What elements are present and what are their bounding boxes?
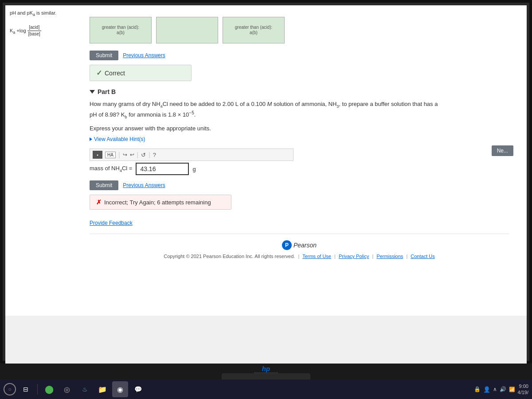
- taskbar-divider-1: [37, 384, 38, 395]
- part-b-collapse-icon[interactable]: [90, 90, 95, 94]
- file-icon: 📁: [98, 385, 107, 394]
- hp-logo-area: hp: [255, 364, 277, 372]
- time-display: 9:00 4/19/: [518, 383, 528, 396]
- correct-label: Correct: [105, 70, 125, 77]
- x-icon: ✗: [96, 199, 102, 206]
- file-manager-button[interactable]: 📁: [94, 381, 110, 397]
- sidebar-formula: pH and pKa is similar. Ka +log [acid] [b…: [5, 5, 76, 42]
- drag-boxes-container: greater than (acid):a(b) greater than (a…: [90, 17, 509, 43]
- view-hints[interactable]: View Available Hint(s): [90, 136, 509, 142]
- start-button[interactable]: ○: [4, 383, 16, 395]
- app2-icon: ◎: [64, 385, 70, 394]
- tray-icon-caret[interactable]: ∧: [493, 386, 497, 392]
- toolbar-dark-btn-1[interactable]: ▪: [93, 151, 102, 159]
- page-footer: P Pearson Copyright © 2021 Pearson Educa…: [90, 234, 509, 263]
- toolbar-sep-3: |: [149, 151, 150, 158]
- checkmark-icon: ✓: [96, 69, 102, 77]
- drag-box-3[interactable]: greater than (acid):a(b): [223, 17, 285, 43]
- monitor-bezel: pH and pKa is similar. Ka +log [acid] [b…: [0, 0, 532, 364]
- tray-icon-user[interactable]: 👤: [483, 386, 490, 393]
- steam-button[interactable]: ♨: [77, 381, 93, 397]
- start-icon: ○: [8, 386, 11, 392]
- view-hints-label: View Available Hint(s): [94, 136, 145, 142]
- app2-button[interactable]: ◎: [59, 381, 75, 397]
- incorrect-label: Incorrect; Try Again; 6 attempts remaini…: [104, 199, 211, 206]
- monitor-base: [222, 373, 310, 379]
- taskbar-right: 🔒 👤 ∧ 🔊 📶 9:00 4/19/: [474, 383, 528, 396]
- part-b-section: Part B How many grams of dry NH4Cl need …: [90, 88, 509, 210]
- formula-ka-log: Ka +log: [10, 28, 26, 33]
- tray-icon-1[interactable]: 🔒: [474, 386, 481, 392]
- clock-time: 9:00: [518, 383, 528, 389]
- next-button[interactable]: Ne...: [492, 145, 513, 156]
- incorrect-badge: ✗ Incorrect; Try Again; 6 attempts remai…: [90, 195, 231, 210]
- contact-us-link[interactable]: Contact Us: [411, 254, 434, 259]
- input-toolbar: ▪ HA | ↩ ↪ | ↺ | ?: [90, 149, 293, 161]
- task-view-button[interactable]: ⊟: [18, 381, 34, 397]
- pearson-brand-label: Pearson: [293, 242, 317, 249]
- correct-badge: ✓ Correct: [90, 65, 192, 81]
- tray-icon-wifi[interactable]: 📶: [509, 387, 515, 392]
- chrome-icon: ⬤: [45, 384, 54, 394]
- browser-content[interactable]: pH and pKa is similar. Ka +log [acid] [b…: [5, 5, 527, 364]
- formula-ph-pka: pH and pKa is similar.: [10, 10, 56, 16]
- tray-icon-volume[interactable]: 🔊: [500, 386, 506, 392]
- provide-feedback-section: Provide Feedback: [90, 219, 509, 227]
- express-units-text: Express your answer with the appropriate…: [90, 124, 444, 133]
- steam-icon: ♨: [82, 386, 88, 393]
- permissions-link[interactable]: Permissions: [376, 254, 403, 259]
- footer-sep-3: |: [372, 254, 373, 259]
- drag-box-1[interactable]: greater than (acid):a(b): [90, 17, 152, 43]
- task-view-icon: ⊟: [23, 386, 28, 393]
- footer-sep-1: |: [298, 254, 299, 259]
- part-a-section: Submit Previous Answers ✓ Correct: [90, 51, 509, 81]
- page-content: pH and pKa is similar. Ka +log [acid] [b…: [5, 5, 527, 316]
- main-area: greater than (acid):a(b) greater than (a…: [85, 12, 518, 268]
- part-b-header: Part B: [90, 88, 509, 95]
- toolbar-refresh-icon[interactable]: ↺: [141, 152, 146, 158]
- screen: pH and pKa is similar. Ka +log [acid] [b…: [5, 5, 527, 364]
- part-b-previous-answers-button[interactable]: Previous Answers: [123, 182, 165, 188]
- input-label: mass of NH4Cl =: [90, 165, 132, 173]
- part-b-label: Part B: [98, 88, 116, 95]
- toolbar-sep-2: |: [137, 151, 139, 158]
- unit-label: g: [192, 166, 196, 172]
- discord-button[interactable]: 💬: [130, 381, 146, 397]
- drag-box-2[interactable]: [156, 17, 218, 43]
- privacy-policy-link[interactable]: Privacy Policy: [339, 254, 369, 259]
- question-text: How many grams of dry NH4Cl need to be a…: [90, 100, 444, 121]
- active-app-icon: ◉: [117, 385, 123, 394]
- formula-text: pH and pKa is similar. Ka +log [acid] [b…: [10, 10, 72, 37]
- part-b-submit-button[interactable]: Submit: [90, 180, 118, 190]
- hp-logo: hp: [262, 365, 270, 372]
- pearson-p-icon: P: [282, 240, 292, 250]
- terms-of-use-link[interactable]: Terms of Use: [302, 254, 331, 259]
- toolbar-question-icon[interactable]: ?: [153, 152, 156, 158]
- toolbar-ha-btn[interactable]: HA: [105, 152, 116, 158]
- active-app-button[interactable]: ◉: [112, 381, 128, 397]
- part-a-previous-answers-button[interactable]: Previous Answers: [123, 52, 165, 59]
- clock-date: 4/19/: [518, 389, 528, 395]
- part-b-submit-row: Submit Previous Answers: [90, 180, 509, 190]
- toolbar-undo-icon[interactable]: ↩: [123, 152, 127, 158]
- footer-links: Copyright © 2021 Pearson Education Inc. …: [90, 254, 509, 259]
- footer-sep-2: |: [334, 254, 336, 259]
- discord-icon: 💬: [134, 386, 142, 393]
- taskbar: ○ ⊟ ⬤ ◎ ♨ 📁 ◉ 💬 🔒 👤 ∧ 🔊 📶 9:00: [0, 379, 532, 399]
- pearson-logo: P Pearson: [90, 240, 509, 250]
- answer-input[interactable]: [136, 163, 189, 175]
- hint-triangle-icon: [90, 137, 92, 141]
- chrome-button[interactable]: ⬤: [41, 381, 57, 397]
- footer-sep-4: |: [406, 254, 407, 259]
- part-a-submit-row: Submit Previous Answers: [90, 51, 509, 60]
- part-a-submit-button[interactable]: Submit: [90, 51, 118, 60]
- toolbar-sep-1: |: [118, 151, 120, 158]
- formula-fraction: [acid] [base]: [27, 24, 41, 37]
- input-row: mass of NH4Cl = g: [90, 163, 509, 175]
- provide-feedback-link[interactable]: Provide Feedback: [90, 220, 133, 226]
- toolbar-redo-icon[interactable]: ↪: [130, 152, 134, 158]
- copyright-text: Copyright © 2021 Pearson Education Inc. …: [164, 254, 295, 259]
